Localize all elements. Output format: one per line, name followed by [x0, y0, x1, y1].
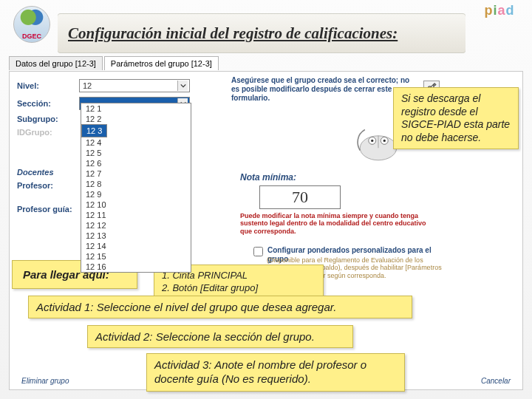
cancelar-link[interactable]: Cancelar — [481, 377, 511, 385]
dgec-logo-text: DGEC — [22, 33, 41, 40]
callout-download: Si se descarga el registro desde el SIGC… — [393, 87, 519, 149]
label-nota-minima: Nota mínima: — [240, 172, 296, 183]
dropdown-option[interactable]: 12 2 — [81, 114, 191, 124]
chevron-down-icon — [177, 81, 188, 91]
form-warning: Asegúrese que el grupo creado sea el cor… — [231, 76, 416, 103]
svg-point-3 — [371, 140, 373, 142]
dropdown-option[interactable]: 12 6 — [81, 158, 191, 168]
dropdown-option[interactable]: 12 12 — [81, 220, 191, 231]
tabs: Datos del grupo [12-3] Parámetros del gr… — [9, 56, 219, 70]
page-title: Configuración inicial del registro de ca… — [58, 13, 466, 53]
dropdown-option[interactable]: 12 7 — [81, 168, 191, 179]
dropdown-option[interactable]: 12 9 — [81, 189, 191, 200]
dropdown-option[interactable]: 12 13 — [81, 231, 191, 241]
label-profesor-guia: Profesor guía: — [17, 205, 79, 214]
callout-actividad-3: Actividad 3: Anote el nombre del profeso… — [146, 353, 405, 392]
callout-download-text: Si se descarga el registro desde el SIGC… — [401, 92, 510, 143]
tab-parametros-grupo[interactable]: Parámetros del grupo [12-3] — [104, 56, 219, 70]
callout-act2-text: Actividad 2: Seleccione la sección del g… — [95, 330, 315, 343]
callout-act1-text: Actividad 1: Seleccione el nivel del gru… — [36, 301, 336, 313]
nivel-dropdown[interactable]: 12 — [79, 79, 190, 92]
ponderados-checkbox[interactable] — [253, 247, 263, 256]
eliminar-grupo-link[interactable]: Eliminar grupo — [21, 377, 69, 385]
callout-step-2: 2. Botón [Editar grupo] — [162, 282, 316, 295]
label-seccion: Sección: — [17, 99, 79, 108]
label-idgrupo: IDGrupo: — [17, 128, 79, 137]
label-nivel: Nivel: — [17, 81, 79, 90]
label-profesor: Profesor: — [17, 181, 79, 190]
callout-act3-text: Actividad 3: Anote el nombre del profeso… — [154, 358, 366, 385]
piad-logo: piad — [476, 3, 523, 33]
callout-actividad-1: Actividad 1: Seleccione el nivel del gru… — [28, 296, 412, 318]
nota-warning: Puede modificar la nota mínima siempre y… — [240, 212, 432, 235]
dropdown-option[interactable]: 12 5 — [81, 148, 191, 158]
slide: DGEC piad Configuración inicial del regi… — [0, 0, 532, 399]
dropdown-option[interactable]: 12 8 — [81, 179, 191, 189]
dropdown-option[interactable]: 12 15 — [81, 251, 191, 262]
dropdown-option[interactable]: 12 11 — [81, 210, 191, 220]
page-title-text: Configuración inicial del registro de ca… — [68, 24, 398, 43]
label-docentes: Docentes — [17, 168, 79, 177]
svg-point-5 — [383, 140, 386, 142]
callout-actividad-2: Actividad 2: Seleccione la sección del g… — [87, 325, 353, 348]
dropdown-option[interactable]: 12 14 — [81, 241, 191, 251]
dropdown-option[interactable]: 12 4 — [81, 137, 191, 148]
nivel-value: 12 — [83, 81, 92, 90]
piad-logo-text: piad — [484, 3, 514, 18]
form-warning-text: Asegúrese que el grupo creado sea el cor… — [231, 76, 409, 102]
tab-label: Parámetros del grupo [12-3] — [111, 59, 212, 68]
seccion-dropdown-list[interactable]: 12 112 212 312 412 512 612 712 812 912 1… — [81, 103, 191, 273]
nota-minima-input[interactable]: 70 — [259, 185, 341, 209]
dropdown-option[interactable]: 12 16 — [81, 262, 191, 272]
tab-label: Datos del grupo [12-3] — [16, 59, 96, 68]
nota-minima-value: 70 — [292, 188, 308, 207]
dropdown-option[interactable]: 12 10 — [81, 200, 191, 210]
dgec-logo: DGEC — [13, 6, 50, 43]
dropdown-option[interactable]: 12 1 — [81, 103, 191, 114]
tab-datos-grupo[interactable]: Datos del grupo [12-3] — [9, 56, 103, 70]
label-subgrupo: Subgrupo: — [17, 115, 79, 123]
dropdown-option[interactable]: 12 3 — [81, 124, 107, 137]
